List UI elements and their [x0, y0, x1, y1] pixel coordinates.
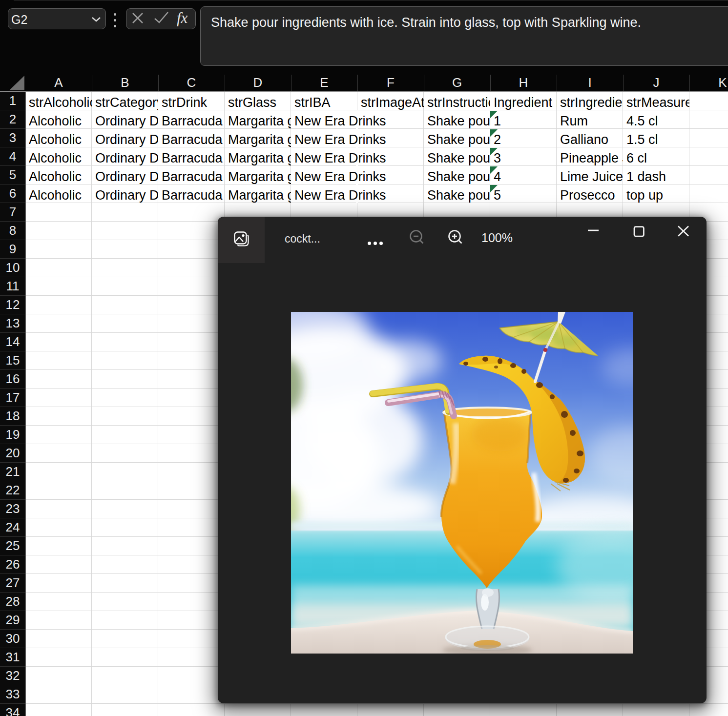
svg-text:fx: fx — [177, 9, 188, 26]
